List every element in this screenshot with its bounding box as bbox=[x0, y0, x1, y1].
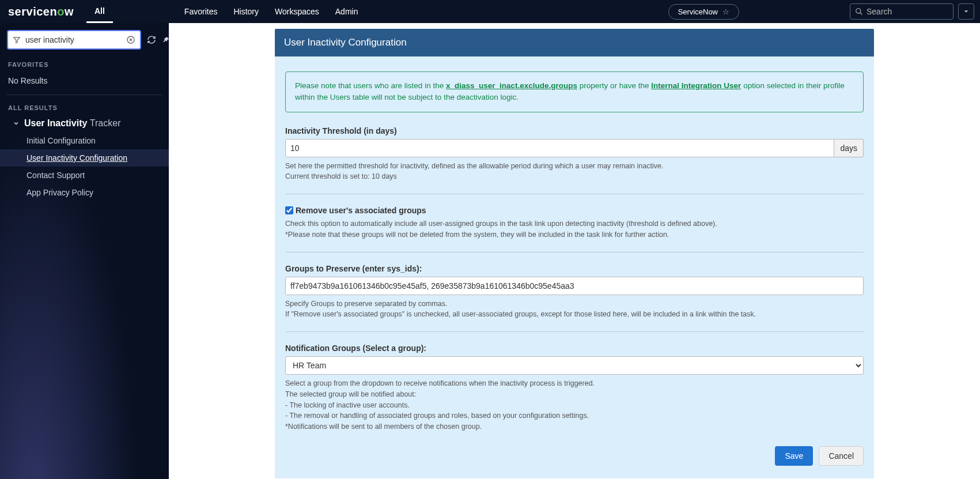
info-banner: Please note that users who are listed in… bbox=[285, 71, 864, 112]
main-content: User Inactivity Configuration Please not… bbox=[169, 23, 980, 479]
favorites-section-label: FAVORITES bbox=[0, 58, 169, 71]
preserve-input[interactable] bbox=[285, 277, 864, 295]
cancel-button[interactable]: Cancel bbox=[819, 446, 864, 466]
tree-item-contact-support[interactable]: Contact Support bbox=[0, 167, 169, 184]
sidebar: FAVORITES No Results ALL RESULTS User In… bbox=[0, 23, 169, 479]
threshold-suffix: days bbox=[834, 139, 864, 157]
chevron-down-icon bbox=[13, 120, 20, 127]
preserve-help: Specify Groups to preserve separated by … bbox=[285, 299, 864, 320]
search-dropdown[interactable] bbox=[958, 3, 974, 20]
pin-button[interactable] bbox=[162, 36, 169, 44]
svg-point-0 bbox=[856, 9, 861, 13]
remove-groups-label: Remove user's associated groups bbox=[296, 206, 426, 215]
all-results-section-label: ALL RESULTS bbox=[0, 101, 169, 115]
refresh-button[interactable] bbox=[147, 35, 156, 44]
refresh-icon bbox=[147, 35, 156, 44]
logo: servicenow bbox=[0, 5, 86, 18]
tree-item-rest: Configuration bbox=[77, 153, 127, 163]
favorites-no-results: No Results bbox=[0, 71, 169, 92]
threshold-input[interactable] bbox=[285, 139, 834, 157]
tree-item-app-privacy-policy[interactable]: App Privacy Policy bbox=[0, 184, 169, 201]
clear-icon[interactable] bbox=[126, 35, 135, 44]
remove-groups-checkbox[interactable] bbox=[285, 206, 293, 214]
global-search[interactable]: Search bbox=[850, 3, 953, 20]
tree-item-user-inactivity-configuration[interactable]: User Inactivity Configuration bbox=[0, 149, 169, 167]
threshold-help: Set here the permitted threshold for ina… bbox=[285, 161, 864, 183]
filter-input[interactable] bbox=[25, 35, 126, 44]
star-icon: ☆ bbox=[722, 7, 729, 16]
filter-icon bbox=[13, 36, 21, 44]
caret-down-icon bbox=[963, 9, 969, 14]
nav-history[interactable]: History bbox=[225, 0, 267, 23]
preserve-label: Groups to Preserve (enter sys_ids): bbox=[285, 264, 864, 273]
remove-groups-help: Check this option to automatically inclu… bbox=[285, 218, 864, 240]
notify-help: Select a group from the dropdown to rece… bbox=[285, 378, 864, 432]
pin-icon bbox=[162, 36, 169, 44]
save-button[interactable]: Save bbox=[775, 446, 813, 466]
tree-item-initial-configuration[interactable]: Initial Configuration bbox=[0, 132, 169, 149]
tree-parent-bold: User Inactivity bbox=[24, 118, 87, 128]
scope-selector[interactable]: ServiceNow ☆ bbox=[668, 4, 739, 20]
panel-title: User Inactivity Configuration bbox=[275, 29, 874, 56]
tree-parent-user-inactivity-tracker[interactable]: User Inactivity Tracker bbox=[0, 115, 169, 132]
nav-all[interactable]: All bbox=[86, 0, 113, 23]
search-placeholder: Search bbox=[867, 7, 892, 16]
top-nav: servicenow All Favorites History Workspa… bbox=[0, 0, 980, 23]
svg-line-1 bbox=[860, 13, 862, 15]
notify-label: Notification Groups (Select a group): bbox=[285, 344, 864, 353]
nav-workspaces[interactable]: Workspaces bbox=[267, 0, 327, 23]
nav-admin[interactable]: Admin bbox=[327, 0, 366, 23]
threshold-label: Inactivity Threshold (in days) bbox=[285, 126, 864, 135]
tree-parent-light: Tracker bbox=[90, 118, 121, 128]
tree-item-bold: User Inactivity bbox=[27, 153, 77, 163]
scope-label: ServiceNow bbox=[678, 7, 718, 16]
notify-select[interactable]: HR Team bbox=[285, 356, 864, 375]
nav-favorites[interactable]: Favorites bbox=[176, 0, 226, 23]
search-icon bbox=[855, 7, 863, 16]
filter-navigator[interactable] bbox=[7, 30, 141, 50]
